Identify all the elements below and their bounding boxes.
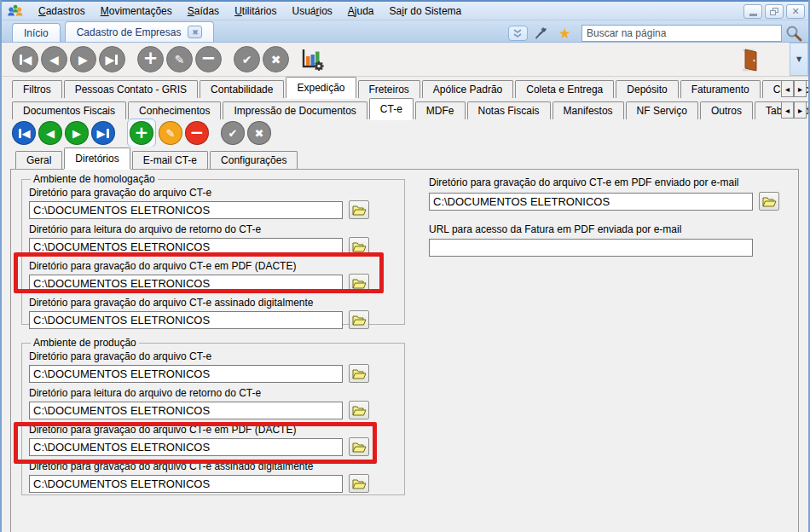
prod-ct-e-dir-input[interactable] <box>29 365 343 383</box>
users-group-icon <box>7 3 26 19</box>
browse-folder-button[interactable] <box>349 237 369 256</box>
cancel-button[interactable]: ✖ <box>263 46 289 72</box>
tab-mdfe[interactable]: MDFe <box>415 101 466 119</box>
next-record-button[interactable]: ▶ <box>65 121 89 145</box>
field-label: URL para acesso da Fatura em PDF enviada… <box>429 223 791 236</box>
expand-chevron-button[interactable] <box>508 26 528 41</box>
tab-geral[interactable]: Geral <box>15 151 62 169</box>
tab-cadastro-de-empresas[interactable]: Cadastro de Empresas ✖ <box>65 21 215 42</box>
tab-scroll-buttons: ◂ ▸ <box>781 80 807 97</box>
minimize-button[interactable] <box>743 4 762 19</box>
open-folder-icon <box>352 442 367 453</box>
scroll-tabs-left-button[interactable]: ◂ <box>781 101 794 119</box>
tab-filtros[interactable]: Filtros <box>12 80 62 98</box>
last-record-button[interactable]: ▶ <box>99 46 125 72</box>
arrow-left-icon: ◂ <box>785 106 790 115</box>
prod-retorno-dir-input[interactable] <box>29 402 343 419</box>
delete-button[interactable]: − <box>195 46 222 72</box>
menu-utilitarios[interactable]: Utilitários <box>227 3 284 19</box>
email-pdf-dir-input[interactable] <box>429 193 753 211</box>
tab-deposito[interactable]: Depósito <box>616 80 678 98</box>
prod-pdf-dacte-dir-input[interactable] <box>29 438 343 456</box>
arrow-right-icon: ▸ <box>798 106 802 115</box>
homolog-retorno-dir-input[interactable] <box>29 238 343 256</box>
tab-ct-e[interactable]: CT-e <box>369 98 414 119</box>
app-window: Cadastros Movimentações Saídas Utilitári… <box>0 0 810 532</box>
close-button[interactable]: ✕ <box>786 4 805 19</box>
content-panel: Ambiente de homologação Diretório para g… <box>10 169 799 532</box>
tab-diretorios[interactable]: Diretórios <box>64 147 130 169</box>
tab-scroll-buttons: ◂ ▸ <box>781 101 807 119</box>
confirm-button[interactable]: ✔ <box>234 46 260 72</box>
menu-saidas[interactable]: Saídas <box>180 3 227 19</box>
toolbar-dropdown-button[interactable]: ▼ <box>790 43 808 76</box>
menu-usuarios[interactable]: Usuários <box>284 3 339 19</box>
favorite-star-icon[interactable]: ★ <box>558 26 571 41</box>
fatura-url-input[interactable] <box>429 239 753 257</box>
tab-freteiros[interactable]: Freteiros <box>358 80 420 98</box>
prod-assinado-dir-input[interactable] <box>29 475 343 493</box>
browse-folder-button[interactable] <box>349 200 369 219</box>
open-folder-icon <box>352 368 367 379</box>
confirm-button[interactable]: ✔ <box>221 121 245 145</box>
chart-settings-button[interactable] <box>299 47 325 72</box>
scroll-tabs-right-button[interactable]: ▸ <box>794 101 807 119</box>
first-record-button[interactable]: ◀ <box>12 121 36 145</box>
scroll-tabs-left-button[interactable]: ◂ <box>781 80 794 97</box>
tab-inicio[interactable]: Início <box>12 23 61 42</box>
tab-coleta-e-entrega[interactable]: Coleta e Entrega <box>515 80 614 98</box>
scroll-tabs-right-button[interactable]: ▸ <box>794 80 807 97</box>
add-button[interactable]: + <box>137 46 164 72</box>
field-label: Diretório para gravação do arquivo CT-e … <box>29 260 397 273</box>
unpin-icon[interactable] <box>533 25 550 42</box>
browse-folder-button[interactable] <box>349 310 369 329</box>
delete-button[interactable]: − <box>185 121 209 145</box>
tab-pessoas-contato-gris[interactable]: Pessoas Contato - GRIS <box>64 80 198 98</box>
tab-close-button[interactable]: ✖ <box>188 26 202 38</box>
tab-expedicao[interactable]: Expedição <box>286 77 356 98</box>
exit-button[interactable] <box>737 47 762 72</box>
minus-icon: − <box>190 124 205 141</box>
previous-record-button[interactable]: ◀ <box>38 121 62 145</box>
tab-notas-fiscais[interactable]: Notas Fiscais <box>467 101 551 119</box>
menu-sair-do-sistema[interactable]: Sair do Sistema <box>382 3 470 19</box>
first-record-button[interactable]: ◀ <box>12 46 38 72</box>
edit-button[interactable]: ✎ <box>159 121 182 145</box>
menu-movimentacoes[interactable]: Movimentações <box>93 3 180 19</box>
tab-conhecimentos[interactable]: Conhecimentos <box>128 101 221 119</box>
tab-faturamento[interactable]: Faturamento <box>680 80 761 98</box>
tab-nf-servico[interactable]: NF Serviço <box>626 101 698 119</box>
restore-button[interactable] <box>765 4 784 19</box>
previous-record-button[interactable]: ◀ <box>41 46 67 72</box>
tab-configuracoes[interactable]: Configurações <box>210 151 298 169</box>
tab-impressao-de-documentos[interactable]: Impressão de Documentos <box>223 101 367 119</box>
cancel-button[interactable]: ✖ <box>247 121 271 145</box>
tab-contabilidade[interactable]: Contabilidade <box>200 80 284 98</box>
menu-ajuda[interactable]: Ajuda <box>340 3 382 19</box>
tab-manifestos[interactable]: Manifestos <box>553 101 624 119</box>
homolog-ct-e-dir-input[interactable] <box>29 201 343 219</box>
first-icon <box>20 55 22 65</box>
add-button[interactable]: + <box>130 121 153 145</box>
next-record-button[interactable]: ▶ <box>70 46 96 72</box>
email-settings-column: Diretório para gravação do arquivo CT-e … <box>429 176 791 261</box>
tab-outros[interactable]: Outros <box>700 101 753 119</box>
open-folder-icon <box>762 196 777 207</box>
browse-folder-button[interactable] <box>349 401 369 419</box>
edit-button[interactable]: ✎ <box>166 46 193 72</box>
last-record-button[interactable]: ▶ <box>91 121 115 145</box>
browse-folder-button[interactable] <box>349 474 369 493</box>
homolog-assinado-dir-input[interactable] <box>29 311 343 329</box>
tab-documentos-fiscais[interactable]: Documentos Fiscais <box>12 101 126 119</box>
browse-folder-button[interactable] <box>349 364 369 383</box>
tab-apolice-padrao[interactable]: Apólice Padrão <box>422 80 513 98</box>
close-icon: ✖ <box>192 28 199 37</box>
search-input[interactable] <box>581 25 782 42</box>
browse-folder-button[interactable] <box>349 437 369 456</box>
menu-cadastros[interactable]: Cadastros <box>31 3 93 19</box>
browse-folder-button[interactable] <box>349 274 369 292</box>
homolog-pdf-dacte-dir-input[interactable] <box>29 275 343 292</box>
tab-email-ct-e[interactable]: E-mail CT-e <box>132 151 208 169</box>
browse-folder-button[interactable] <box>759 192 779 211</box>
search-button[interactable] <box>784 23 804 43</box>
